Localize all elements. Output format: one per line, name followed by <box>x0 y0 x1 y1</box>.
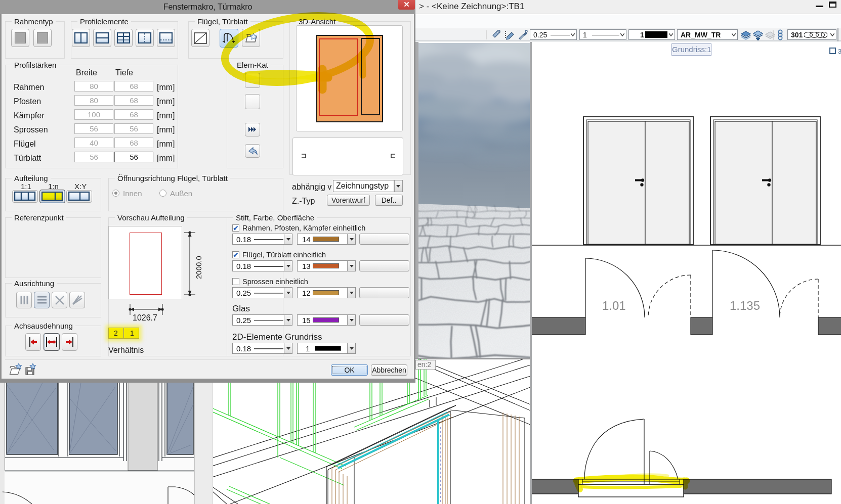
svg-text:2000.0: 2000.0 <box>194 256 203 279</box>
svg-text:1.01: 1.01 <box>602 299 626 312</box>
svg-text:1.135: 1.135 <box>730 299 760 312</box>
